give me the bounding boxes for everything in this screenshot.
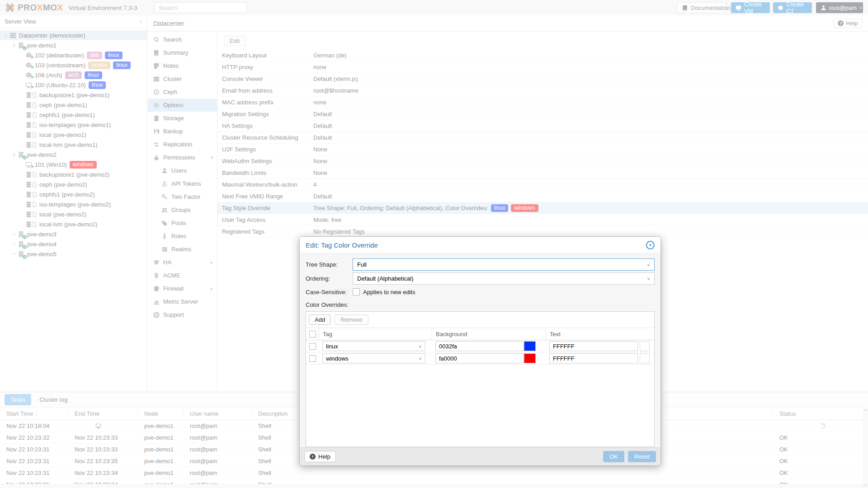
grid-header: Tag Background Text [306, 328, 654, 340]
tag-value: linux [326, 343, 338, 350]
grid-toolbar: Add Remove [306, 312, 654, 328]
dialog-footer: ?Help OK Reset [300, 447, 660, 465]
color-overrides-label: Color Overrides: [306, 300, 655, 310]
background-color-swatch [524, 353, 536, 363]
chevron-down-icon[interactable]: ∨ [647, 262, 650, 267]
question-icon: ? [310, 454, 316, 460]
grid-col-background[interactable]: Background [432, 328, 546, 340]
close-icon[interactable]: × [646, 241, 655, 249]
tag-color-override-dialog: Edit: Tag Color Override × Tree Shape: F… [299, 236, 661, 466]
grid-col-text[interactable]: Text [546, 328, 654, 340]
case-sensitive-label: Case-Sensitive: [306, 289, 353, 296]
tag-value: windows [326, 355, 349, 362]
tag-select[interactable]: windows ∨ [322, 353, 425, 363]
ok-button[interactable]: OK [603, 451, 624, 462]
proxmox-app: PROXMOX Virtual Environment 7.3-3 Docume… [0, 0, 868, 488]
ordering-select[interactable]: Default (Alphabetical) ∨ [353, 272, 655, 285]
background-color-swatch [524, 341, 536, 351]
background-color-input[interactable]: fa0000 [435, 353, 524, 363]
dialog-body: Tree Shape: Full ∨ Ordering: Default (Al… [300, 253, 660, 447]
add-button[interactable]: Add [309, 314, 331, 325]
chevron-down-icon[interactable]: ∨ [419, 344, 422, 349]
select-all-checkbox[interactable] [309, 331, 316, 338]
dialog-help-button[interactable]: ?Help [304, 451, 336, 462]
tag-select[interactable]: linux ∨ [322, 341, 425, 351]
case-sensitive-checkbox[interactable] [353, 288, 360, 296]
chevron-down-icon[interactable]: ∨ [647, 276, 650, 281]
tree-shape-label: Tree Shape: [306, 261, 353, 268]
chevron-down-icon[interactable]: ∨ [419, 356, 422, 361]
overrides-grid: Add Remove Tag Background Text [306, 311, 655, 447]
text-color-swatch [640, 353, 650, 363]
case-sensitive-hint: Applies to new edits [363, 289, 415, 296]
grid-rows: linux ∨ 0032fa FFFFFF [306, 340, 654, 365]
text-color-input[interactable]: FFFFFF [549, 341, 638, 351]
tree-shape-select[interactable]: Full ∨ [353, 258, 655, 271]
ordering-label: Ordering: [306, 275, 353, 282]
text-color-swatch [640, 341, 650, 351]
tree-shape-value: Full [357, 261, 367, 268]
text-color-input[interactable]: FFFFFF [549, 353, 638, 363]
override-row[interactable]: linux ∨ 0032fa FFFFFF [306, 340, 654, 352]
dialog-title: Edit: Tag Color Override [306, 241, 378, 249]
reset-button[interactable]: Reset [628, 451, 656, 462]
background-color-input[interactable]: 0032fa [435, 341, 524, 351]
row-checkbox[interactable] [309, 355, 316, 362]
remove-button[interactable]: Remove [335, 314, 368, 325]
override-row[interactable]: windows ∨ fa0000 FFFFFF [306, 352, 654, 365]
dialog-header[interactable]: Edit: Tag Color Override × [300, 237, 660, 253]
ordering-value: Default (Alphabetical) [357, 275, 413, 282]
row-checkbox[interactable] [309, 343, 316, 350]
grid-col-tag[interactable]: Tag [319, 328, 432, 340]
